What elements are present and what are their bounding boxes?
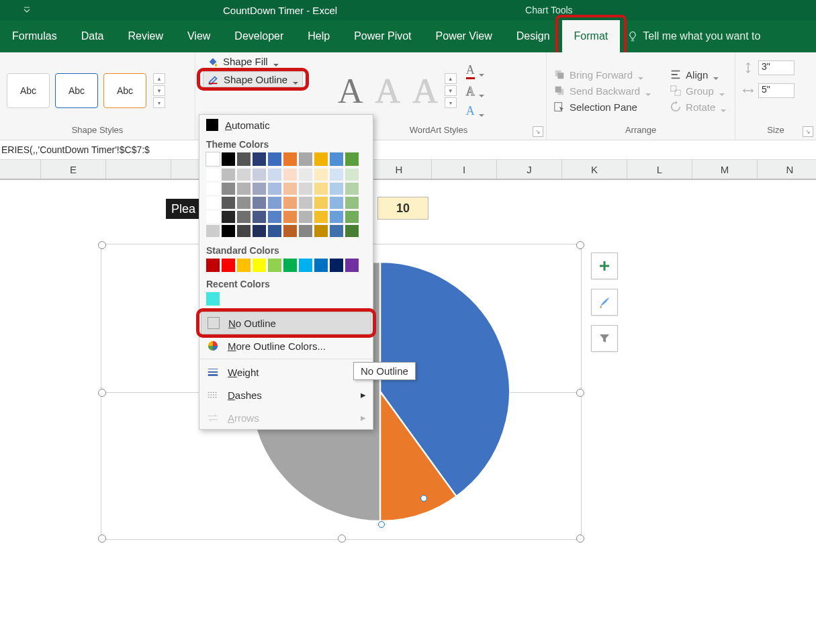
color-swatch[interactable] — [268, 183, 281, 195]
color-swatch[interactable] — [237, 211, 251, 223]
color-swatch[interactable] — [330, 211, 343, 223]
color-swatch[interactable] — [345, 225, 359, 237]
col-header-K[interactable]: K — [562, 160, 627, 179]
formula-bar[interactable]: ERIES(,,'CountDown Timer'!$C$7:$ — [0, 140, 816, 160]
dialog-launcher-size[interactable]: ↘ — [803, 126, 813, 137]
color-swatch[interactable] — [206, 152, 220, 166]
worksheet-canvas[interactable]: Plea 10 — [0, 180, 816, 644]
color-swatch[interactable] — [206, 183, 220, 195]
color-swatch[interactable] — [268, 197, 281, 209]
shape-fill-button[interactable]: Shape Fill — [203, 54, 303, 68]
tab-view[interactable]: View — [175, 20, 222, 52]
color-swatch[interactable] — [222, 197, 235, 209]
col-header-J[interactable]: J — [497, 160, 562, 179]
resize-handle-bl[interactable] — [98, 535, 106, 543]
col-header-M[interactable]: M — [692, 160, 758, 179]
datapoint-handle[interactable] — [378, 521, 385, 528]
color-swatch[interactable] — [253, 183, 266, 195]
chart-filters-button[interactable] — [591, 325, 618, 352]
color-swatch[interactable] — [283, 152, 297, 166]
shape-style-thumb-2[interactable]: Abc — [55, 73, 98, 108]
color-swatch[interactable] — [345, 169, 359, 181]
resize-handle-br[interactable] — [576, 535, 584, 543]
color-swatch[interactable] — [299, 225, 312, 237]
color-swatch[interactable] — [237, 183, 251, 195]
datapoint-handle[interactable] — [420, 495, 427, 502]
color-swatch[interactable] — [222, 183, 235, 195]
text-outline-button[interactable]: A — [466, 85, 484, 99]
chart-styles-button[interactable] — [591, 289, 618, 316]
col-header[interactable] — [106, 160, 171, 179]
wordart-style-2[interactable]: A — [375, 71, 401, 111]
color-swatch[interactable] — [206, 211, 220, 223]
wordart-gallery-scroll[interactable]: ▲ ▼ ▾ — [445, 73, 457, 108]
color-swatch[interactable] — [345, 152, 359, 166]
automatic-color-item[interactable]: Automatic — [199, 115, 373, 135]
col-header-I[interactable]: I — [432, 160, 497, 179]
color-swatch[interactable] — [268, 169, 281, 181]
color-swatch[interactable] — [299, 169, 312, 181]
color-swatch[interactable] — [314, 152, 328, 166]
color-swatch[interactable] — [299, 211, 312, 223]
tab-design[interactable]: Design — [504, 20, 562, 52]
gallery-scroll-up-icon[interactable]: ▲ — [445, 73, 457, 84]
color-swatch[interactable] — [314, 183, 328, 195]
gallery-scroll-up-icon[interactable]: ▲ — [153, 73, 165, 84]
color-swatch[interactable] — [222, 259, 235, 272]
shape-width-field[interactable]: 5" — [742, 83, 795, 98]
send-backward-button[interactable]: Send Backward — [553, 85, 651, 97]
tell-me-search[interactable]: Tell me what you want to — [620, 20, 767, 52]
color-swatch[interactable] — [330, 169, 343, 181]
chart-elements-button[interactable] — [591, 252, 618, 279]
color-swatch[interactable] — [283, 197, 297, 209]
color-swatch[interactable] — [330, 225, 343, 237]
shape-height-input[interactable]: 3" — [758, 60, 795, 75]
tab-developer[interactable]: Developer — [222, 20, 296, 52]
color-swatch[interactable] — [345, 197, 359, 209]
shape-width-input[interactable]: 5" — [758, 83, 795, 98]
color-swatch[interactable] — [268, 225, 281, 237]
color-swatch[interactable] — [268, 259, 281, 272]
color-swatch[interactable] — [299, 259, 312, 272]
color-swatch[interactable] — [283, 225, 297, 237]
color-swatch[interactable] — [206, 169, 220, 181]
color-swatch[interactable] — [253, 259, 266, 272]
color-swatch[interactable] — [330, 197, 343, 209]
color-swatch[interactable] — [222, 211, 235, 223]
weight-submenu-item[interactable]: Weight ▸ — [199, 361, 373, 383]
shape-height-field[interactable]: 3" — [742, 60, 795, 75]
color-swatch[interactable] — [253, 211, 266, 223]
resize-handle-tr[interactable] — [576, 241, 584, 249]
color-swatch[interactable] — [268, 211, 281, 223]
color-swatch[interactable] — [206, 197, 220, 209]
color-swatch[interactable] — [222, 152, 235, 166]
tab-power-view[interactable]: Power View — [424, 20, 504, 52]
color-swatch[interactable] — [237, 169, 251, 181]
wordart-style-3[interactable]: A — [412, 71, 438, 111]
color-swatch[interactable] — [314, 169, 328, 181]
color-swatch[interactable] — [253, 152, 266, 166]
color-swatch[interactable] — [314, 225, 328, 237]
color-swatch[interactable] — [237, 197, 251, 209]
more-outline-colors-item[interactable]: More Outline Colors... — [199, 334, 373, 357]
color-swatch[interactable] — [206, 259, 220, 272]
color-swatch[interactable] — [330, 259, 343, 272]
tab-help[interactable]: Help — [296, 20, 342, 52]
color-swatch[interactable] — [283, 211, 297, 223]
color-swatch[interactable] — [222, 169, 235, 181]
tab-data[interactable]: Data — [69, 20, 116, 52]
tab-formulas[interactable]: Formulas — [0, 20, 69, 52]
color-swatch[interactable] — [237, 152, 251, 166]
dialog-launcher-wordart[interactable]: ↘ — [533, 126, 543, 137]
rotate-button[interactable]: Rotate — [670, 101, 726, 113]
wordart-style-1[interactable]: A — [338, 71, 363, 111]
text-fill-button[interactable]: A — [466, 63, 484, 79]
color-swatch[interactable] — [283, 259, 297, 272]
resize-handle-r[interactable] — [576, 389, 584, 397]
color-swatch[interactable] — [253, 225, 266, 237]
color-swatch[interactable] — [314, 211, 328, 223]
group-button[interactable]: Group — [670, 85, 726, 97]
gallery-scroll-down-icon[interactable]: ▼ — [153, 85, 165, 96]
col-header-E[interactable]: E — [41, 160, 106, 179]
color-swatch[interactable] — [345, 259, 359, 272]
